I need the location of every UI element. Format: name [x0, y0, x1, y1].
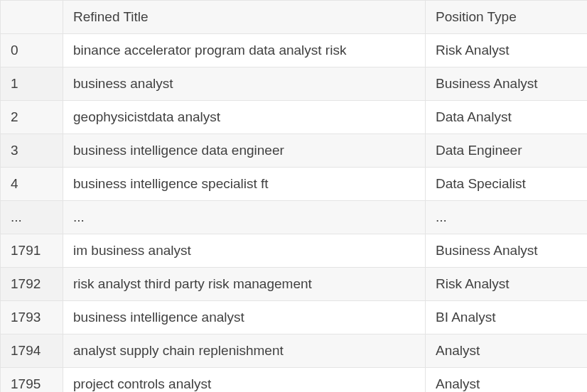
row-index: 2 [1, 101, 63, 134]
table-row: 0 binance accelerator program data analy… [1, 34, 588, 67]
row-index: 1794 [1, 334, 63, 368]
table-row: 3 business intelligence data engineer Da… [1, 134, 588, 168]
cell-refined-title: ... [63, 201, 426, 234]
table-row: 2 geophysicistdata analyst Data Analyst [1, 101, 588, 134]
cell-refined-title: project controls analyst [63, 368, 426, 393]
cell-position-type: BI Analyst [426, 301, 588, 334]
cell-refined-title: business intelligence specialist ft [63, 168, 426, 201]
cell-refined-title: business analyst [63, 67, 426, 101]
table-row: 1791 im business analyst Business Analys… [1, 234, 588, 268]
row-index: 1795 [1, 368, 63, 393]
cell-position-type: Risk Analyst [426, 268, 588, 301]
cell-refined-title: binance accelerator program data analyst… [63, 34, 426, 67]
table-row: 1794 analyst supply chain replenishment … [1, 334, 588, 368]
cell-position-type: Data Engineer [426, 134, 588, 168]
column-header-refined-title: Refined Title [63, 1, 426, 34]
cell-position-type: Business Analyst [426, 67, 588, 101]
cell-refined-title: geophysicistdata analyst [63, 101, 426, 134]
table-row: 1792 risk analyst third party risk manag… [1, 268, 588, 301]
column-header-position-type: Position Type [426, 1, 588, 34]
cell-refined-title: analyst supply chain replenishment [63, 334, 426, 368]
row-index: 3 [1, 134, 63, 168]
cell-refined-title: risk analyst third party risk management [63, 268, 426, 301]
column-header-index [1, 1, 63, 34]
row-index: 1792 [1, 268, 63, 301]
table-body: 0 binance accelerator program data analy… [1, 34, 588, 393]
cell-position-type: Data Specialist [426, 168, 588, 201]
table-row: 1793 business intelligence analyst BI An… [1, 301, 588, 334]
row-index: 1791 [1, 234, 63, 268]
row-index: 1793 [1, 301, 63, 334]
cell-position-type: Risk Analyst [426, 34, 588, 67]
cell-refined-title: business intelligence analyst [63, 301, 426, 334]
cell-position-type: Analyst [426, 334, 588, 368]
table-row: 1 business analyst Business Analyst [1, 67, 588, 101]
data-table: Refined Title Position Type 0 binance ac… [0, 0, 587, 392]
cell-refined-title: business intelligence data engineer [63, 134, 426, 168]
table-row-ellipsis: ... ... ... [1, 201, 588, 234]
cell-position-type: ... [426, 201, 588, 234]
row-index: 1 [1, 67, 63, 101]
table-header-row: Refined Title Position Type [1, 1, 588, 34]
cell-refined-title: im business analyst [63, 234, 426, 268]
row-index: 0 [1, 34, 63, 67]
cell-position-type: Data Analyst [426, 101, 588, 134]
table-row: 4 business intelligence specialist ft Da… [1, 168, 588, 201]
cell-position-type: Business Analyst [426, 234, 588, 268]
cell-position-type: Analyst [426, 368, 588, 393]
table-row: 1795 project controls analyst Analyst [1, 368, 588, 393]
row-index: 4 [1, 168, 63, 201]
row-index: ... [1, 201, 63, 234]
